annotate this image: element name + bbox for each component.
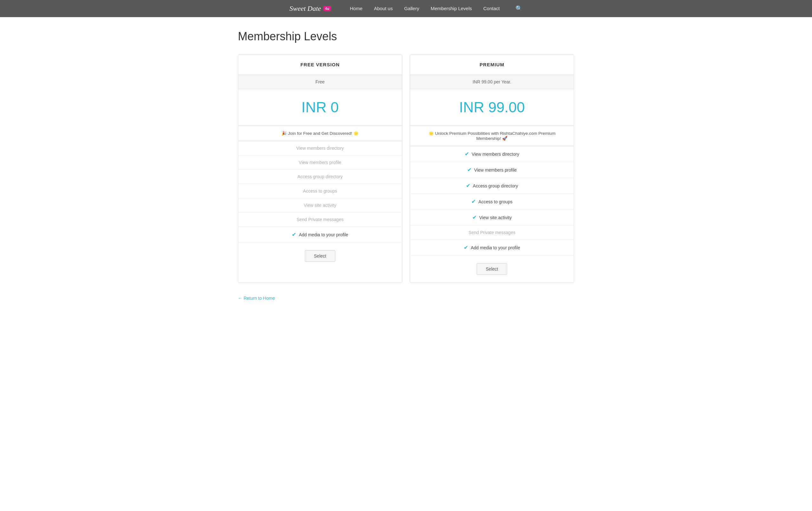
free-plan-card: FREE VERSION Free INR 0 🎉 Join for Free …	[238, 55, 402, 283]
premium-plan-price: INR 99.00	[410, 89, 574, 125]
free-plan-tagline: 🎉 Join for Free and Get Discovered! 🌟	[238, 125, 402, 141]
nav-home[interactable]: Home	[350, 6, 362, 11]
nav-gallery[interactable]: Gallery	[404, 6, 419, 11]
brand-logo[interactable]: Sweet Date 4u	[290, 4, 331, 13]
check-icon-4: ✔	[471, 198, 476, 205]
free-feature-3: Access group directory	[238, 170, 402, 184]
free-plan-header: FREE VERSION	[238, 55, 402, 75]
brand-badge: 4u	[323, 6, 331, 11]
premium-plan-header: PREMIUM	[410, 55, 574, 75]
free-plan-amount: INR 0	[301, 99, 339, 115]
main-content: Membership Levels FREE VERSION Free INR …	[232, 17, 580, 320]
free-plan-action: Select	[238, 243, 402, 269]
nav-membership[interactable]: Membership Levels	[431, 6, 472, 11]
free-feature-5: View site activity	[238, 198, 402, 212]
free-feature-7: ✔ Add media to your profile	[238, 227, 402, 243]
premium-feature-1: ✔ View members directory	[410, 146, 574, 162]
nav-contact[interactable]: Contact	[484, 6, 500, 11]
brand-name: Sweet Date	[290, 4, 321, 13]
free-plan-title: FREE VERSION	[300, 62, 340, 67]
free-feature-2: View members profile	[238, 155, 402, 170]
free-select-button[interactable]: Select	[305, 250, 336, 262]
premium-feature-4: ✔ Access to groups	[410, 194, 574, 210]
premium-plan-card: PREMIUM INR 99.00 per Year. INR 99.00 🌟 …	[410, 55, 574, 283]
free-feature-1: View members directory	[238, 141, 402, 155]
check-icon-1: ✔	[465, 151, 469, 157]
check-icon-5: ✔	[472, 214, 477, 221]
check-icon-2: ✔	[467, 167, 472, 173]
search-icon[interactable]: 🔍	[516, 5, 522, 12]
navbar: Sweet Date 4u Home About us Gallery Memb…	[0, 0, 812, 17]
free-plan-subheader: Free	[238, 75, 402, 89]
check-icon-3: ✔	[466, 182, 470, 189]
nav-links: Home About us Gallery Membership Levels …	[350, 6, 500, 11]
nav-about[interactable]: About us	[374, 6, 393, 11]
premium-plan-subheader: INR 99.00 per Year.	[410, 75, 574, 89]
free-plan-price: INR 0	[238, 89, 402, 125]
check-icon-6: ✔	[464, 244, 468, 251]
premium-plan-title: PREMIUM	[480, 62, 504, 67]
page-title: Membership Levels	[238, 30, 574, 43]
premium-plan-tagline: 🌟 Unlock Premium Possibilities with Rish…	[410, 125, 574, 146]
check-icon: ✔	[292, 231, 296, 238]
free-feature-4: Access to groups	[238, 184, 402, 198]
premium-feature-7: ✔ Add media to your profile	[410, 240, 574, 256]
premium-feature-2: ✔ View members profile	[410, 162, 574, 178]
pricing-grid: FREE VERSION Free INR 0 🎉 Join for Free …	[238, 55, 574, 283]
free-feature-6: Send Private messages	[238, 212, 402, 227]
premium-select-button[interactable]: Select	[477, 263, 508, 275]
premium-feature-3: ✔ Access group directory	[410, 178, 574, 194]
premium-plan-amount: INR 99.00	[459, 99, 525, 115]
premium-feature-5: ✔ View site activity	[410, 210, 574, 226]
premium-feature-6: Send Private messages	[410, 226, 574, 240]
return-home-link[interactable]: ← Return to Home	[238, 295, 275, 301]
premium-plan-action: Select	[410, 256, 574, 282]
